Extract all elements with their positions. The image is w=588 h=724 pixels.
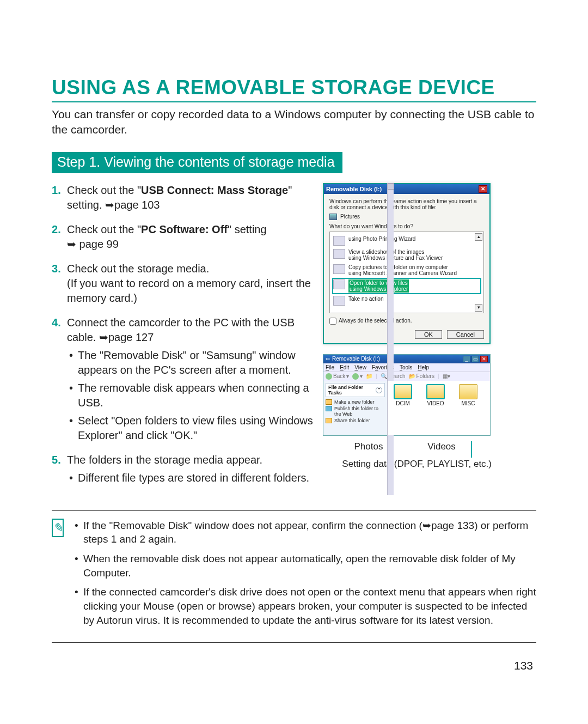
page-heading: USING AS A REMOVABLE STORAGE DEVICE	[52, 76, 536, 102]
note-1: If the "Removable Disk" window does not …	[72, 519, 536, 546]
step-5: The folders in the storage media appear.…	[52, 453, 313, 485]
close-icon[interactable]: ✕	[479, 185, 487, 193]
menu-edit[interactable]: Edit	[340, 364, 349, 370]
intro-text: You can transfer or copy recorded data t…	[52, 107, 536, 138]
copy-icon	[333, 264, 345, 274]
close-icon[interactable]: ✕	[480, 356, 488, 362]
folder-dcim[interactable]: DCIM	[391, 384, 415, 406]
chevron-up-icon[interactable]: ⌃	[376, 387, 382, 393]
menu-file[interactable]: FFileile	[326, 364, 334, 370]
step-1: Check out the "USB Connect: Mass Storage…	[52, 183, 313, 212]
dialog-title: Removable Disk (I:)	[326, 186, 382, 192]
menu-tools[interactable]: Tools	[400, 364, 412, 370]
option-copy-pictures[interactable]: Copy pictures to a folder on my computer…	[332, 263, 481, 278]
maximize-icon[interactable]: ▭	[471, 356, 479, 362]
step-title: Step 1. Viewing the contents of storage …	[52, 152, 342, 173]
scroll-up-icon[interactable]	[388, 183, 394, 190]
annotation-row: Photos Videos	[323, 441, 497, 458]
videos-label: Videos	[414, 441, 469, 458]
notes-list: If the "Removable Disk" window does not …	[72, 519, 536, 632]
explorer-file-pane[interactable]: DCIM VIDEO MISC	[388, 381, 490, 435]
page-number: 133	[52, 659, 536, 672]
no-action-icon	[333, 296, 345, 306]
option-slideshow[interactable]: View a slideshow of the imagesusing Wind…	[332, 247, 481, 263]
option-photo-wizard[interactable]: using Photo Printing Wizard	[332, 234, 481, 247]
sidebar-scrollbar[interactable]	[387, 183, 394, 495]
pictures-label: Pictures	[340, 214, 360, 220]
back-arrow-icon[interactable]: ⇐	[326, 356, 330, 362]
scroll-down-icon[interactable]: ▾	[475, 304, 482, 312]
step-4-bullet-2: The removable disk appears when connecti…	[67, 381, 313, 410]
menu-view[interactable]: View	[354, 364, 366, 370]
explorer-sidebar: File and Folder Tasks⌃ Make a new folder…	[323, 381, 388, 435]
autoplay-dialog: Removable Disk (I:) ✕ Windows can perfor…	[323, 183, 491, 344]
setting-data-label: Setting data (DPOF, PLAYLIST, etc.)	[323, 459, 497, 470]
sidebar-header: File and Folder Tasks	[328, 385, 376, 396]
folder-video[interactable]: VIDEO	[424, 384, 448, 406]
task-publish[interactable]: Publish this folder to the Web	[326, 406, 385, 417]
dialog-question: What do you want Windows to do?	[329, 223, 484, 229]
note-3: If the connected camcorder's disk drive …	[72, 585, 536, 627]
note-icon: ✎	[52, 519, 64, 537]
photos-label: Photos	[323, 441, 414, 458]
explorer-window: ⇐Removable Disk (I:) _ ▭ ✕ FFileile Edit…	[323, 354, 491, 436]
dialog-option-list[interactable]: ▴ using Photo Printing Wizard View a sli…	[329, 232, 484, 313]
folders-button[interactable]: 📂 Folders	[409, 373, 434, 379]
minimize-icon[interactable]: _	[463, 356, 470, 362]
cancel-button[interactable]: Cancel	[447, 330, 484, 339]
always-checkbox-row[interactable]: Always do the selected action.	[329, 318, 484, 325]
task-new-folder[interactable]: Make a new folder	[326, 399, 385, 405]
task-share[interactable]: Share this folder	[326, 418, 385, 423]
step-2: Check out the "PC Software: Off" setting…	[52, 222, 313, 252]
back-icon	[326, 373, 332, 380]
dialog-message: Windows can perform the same action each…	[329, 198, 484, 210]
printer-icon	[333, 236, 345, 246]
explorer-menubar[interactable]: FFileile Edit View Favorites Tools Help	[323, 363, 490, 372]
instructions-column: Check out the "USB Connect: Mass Storage…	[52, 183, 313, 495]
option-no-action[interactable]: Take no action	[332, 294, 481, 307]
option-open-folder[interactable]: Open folder to view filesusing Windows E…	[332, 278, 481, 294]
step-4-bullet-1: The "Removable Disk" or "Samsung" window…	[67, 348, 313, 378]
scroll-up-icon[interactable]: ▴	[475, 233, 482, 241]
step-5-bullet-1: Different file types are stored in diffe…	[67, 471, 313, 485]
folder-icon	[333, 279, 345, 289]
forward-button[interactable]: ▾	[352, 373, 363, 380]
step-3: Check out the storage media.(If you want…	[52, 261, 313, 306]
folder-icon	[394, 384, 412, 399]
ok-button[interactable]: OK	[415, 330, 442, 339]
explorer-title: Removable Disk (I:)	[332, 356, 380, 362]
folder-icon	[426, 384, 445, 399]
step-4: Connect the camcorder to the PC with the…	[52, 315, 313, 443]
publish-icon	[326, 406, 332, 411]
pictures-icon	[329, 214, 337, 220]
forward-icon	[352, 373, 359, 380]
screenshots-column: Removable Disk (I:) ✕ Windows can perfor…	[323, 183, 497, 495]
new-folder-icon	[326, 399, 332, 405]
views-button[interactable]: ▦▾	[443, 373, 450, 379]
up-button[interactable]: 📁	[366, 373, 372, 379]
note-2: When the removable disk does not appear …	[72, 552, 536, 580]
always-checkbox[interactable]	[329, 318, 336, 325]
step-4-bullet-3: Select "Open folders to view files using…	[67, 413, 313, 443]
folder-icon	[459, 384, 477, 399]
folder-misc[interactable]: MISC	[456, 384, 480, 406]
slideshow-icon	[333, 249, 345, 259]
share-icon	[326, 418, 332, 423]
annotation-bar	[471, 441, 472, 458]
menu-help[interactable]: Help	[418, 364, 429, 370]
explorer-toolbar: Back ▾ ▾ 📁 | 🔍 Search 📂 Folders | ▦▾	[323, 372, 490, 381]
back-button[interactable]: Back ▾	[326, 373, 349, 380]
